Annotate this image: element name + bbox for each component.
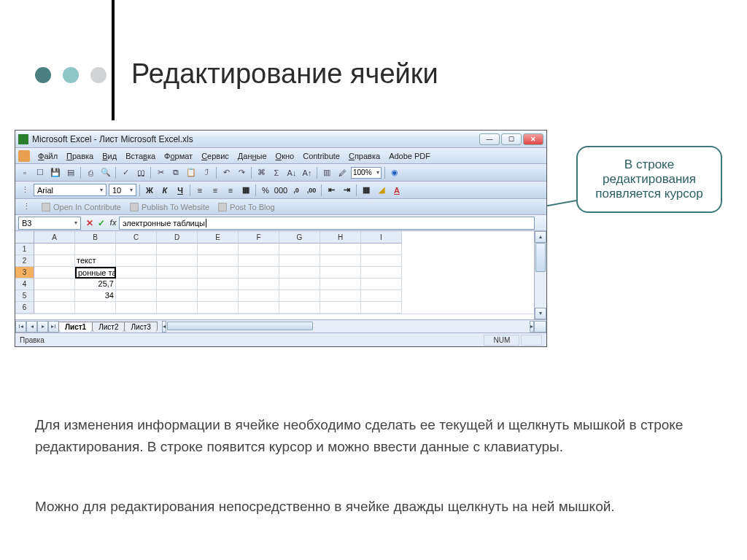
scroll-thumb[interactable] (167, 322, 313, 330)
zoom-combo[interactable]: 100%▾ (351, 167, 382, 179)
column-header[interactable]: A (34, 231, 75, 244)
font-color-icon[interactable]: A (390, 184, 403, 197)
menu-данные[interactable]: Данные (234, 150, 271, 162)
sort-desc-icon[interactable]: A↑ (301, 166, 314, 179)
cell[interactable] (320, 267, 361, 279)
cell[interactable] (34, 267, 75, 279)
new-icon[interactable]: ▫ (18, 166, 31, 179)
cell[interactable] (361, 279, 402, 290)
horizontal-scrollbar[interactable]: ◂ ▸ (162, 321, 534, 332)
sheet-tab[interactable]: Лист3 (124, 322, 157, 332)
toolbar-handle-icon[interactable]: ⋮ (18, 184, 31, 197)
menu-формат[interactable]: Формат (160, 150, 196, 162)
cell[interactable] (34, 290, 75, 302)
paste-icon[interactable]: 📋 (185, 166, 198, 179)
merge-center-icon[interactable]: ▦ (239, 184, 252, 197)
permission-icon[interactable]: ▤ (64, 166, 77, 179)
column-header[interactable]: C (116, 231, 157, 244)
menu-справка[interactable]: Справка (345, 150, 384, 162)
select-all-corner[interactable] (15, 231, 34, 244)
cell[interactable] (34, 255, 75, 267)
cell[interactable] (34, 244, 75, 255)
decrease-indent-icon[interactable]: ⇤ (325, 184, 338, 197)
cell[interactable] (320, 244, 361, 255)
undo-icon[interactable]: ↶ (220, 166, 233, 179)
hyperlink-icon[interactable]: ⌘ (255, 166, 268, 179)
formula-input[interactable]: электронные таблицы (119, 217, 535, 230)
align-left-icon[interactable]: ≡ (193, 184, 206, 197)
cell[interactable] (116, 255, 157, 267)
cell[interactable] (198, 302, 239, 314)
tab-next-button[interactable]: ▸ (37, 321, 48, 332)
help-icon[interactable]: ◉ (388, 166, 401, 179)
format-painter-icon[interactable]: ℐ (200, 166, 213, 179)
cell[interactable] (320, 302, 361, 314)
fill-color-icon[interactable]: ◢ (375, 184, 388, 197)
column-header[interactable]: H (320, 231, 361, 244)
cell[interactable] (116, 244, 157, 255)
open-contribute-button[interactable]: Open In Contribute (42, 203, 121, 211)
cell[interactable] (239, 302, 279, 314)
italic-button[interactable]: К (158, 184, 171, 197)
cell[interactable] (116, 279, 157, 290)
cell[interactable] (279, 302, 320, 314)
cell[interactable]: текст (75, 255, 116, 267)
save-icon[interactable]: 💾 (49, 166, 62, 179)
menu-сервис[interactable]: Сервис (198, 150, 233, 162)
menu-вставка[interactable]: Вставка (122, 150, 159, 162)
scroll-track[interactable] (535, 243, 546, 308)
cell[interactable] (279, 290, 320, 302)
increase-indent-icon[interactable]: ⇥ (340, 184, 353, 197)
cell[interactable]: 25,7 (75, 279, 116, 290)
vertical-scrollbar[interactable]: ▴ ▾ (534, 231, 546, 319)
bold-button[interactable]: Ж (143, 184, 156, 197)
research-icon[interactable]: 🕮 (134, 166, 147, 179)
open-icon[interactable]: ☐ (34, 166, 47, 179)
cell[interactable] (239, 290, 279, 302)
cell[interactable] (116, 302, 157, 314)
office-icon[interactable] (18, 150, 30, 162)
menu-вид[interactable]: Вид (98, 150, 120, 162)
menu-файл[interactable]: Файл (34, 150, 61, 162)
cell[interactable]: ронные та (75, 267, 116, 279)
cell[interactable] (157, 244, 198, 255)
cell[interactable] (279, 267, 320, 279)
cell[interactable] (361, 290, 402, 302)
font-size-combo[interactable]: 10▾ (109, 184, 136, 196)
cell[interactable] (116, 290, 157, 302)
tab-last-button[interactable]: ▸I (48, 321, 59, 332)
cell[interactable] (198, 279, 239, 290)
copy-icon[interactable]: ⧉ (169, 166, 182, 179)
cell[interactable] (75, 302, 116, 314)
borders-icon[interactable]: ▦ (360, 184, 373, 197)
cell[interactable]: 34 (75, 290, 116, 302)
cell[interactable] (279, 244, 320, 255)
decrease-decimal-icon[interactable]: ,00 (305, 184, 318, 197)
cell[interactable] (320, 279, 361, 290)
column-header[interactable]: D (157, 231, 198, 244)
cell[interactable] (361, 267, 402, 279)
scroll-down-button[interactable]: ▾ (535, 308, 546, 319)
cell[interactable] (279, 255, 320, 267)
cell[interactable] (198, 290, 239, 302)
cell[interactable] (157, 302, 198, 314)
sheet-tab[interactable]: Лист2 (92, 322, 125, 332)
font-name-combo[interactable]: Arial▾ (34, 184, 107, 196)
cell[interactable] (361, 255, 402, 267)
sheet-tab[interactable]: Лист1 (58, 322, 93, 332)
row-header[interactable]: 3 (15, 267, 34, 279)
currency-icon[interactable]: % (259, 184, 272, 197)
row-header[interactable]: 5 (15, 290, 34, 302)
cell[interactable] (198, 244, 239, 255)
cell[interactable] (157, 279, 198, 290)
minimize-button[interactable]: — (479, 133, 500, 145)
menu-adobe pdf[interactable]: Adobe PDF (385, 150, 434, 162)
publish-website-button[interactable]: Publish To Website (130, 203, 209, 211)
cell[interactable] (75, 244, 116, 255)
cell[interactable] (320, 290, 361, 302)
increase-decimal-icon[interactable]: ,0 (290, 184, 303, 197)
sum-icon[interactable]: Σ (270, 166, 283, 179)
menu-правка[interactable]: Правка (63, 150, 97, 162)
cell[interactable] (239, 244, 279, 255)
redo-icon[interactable]: ↷ (235, 166, 248, 179)
